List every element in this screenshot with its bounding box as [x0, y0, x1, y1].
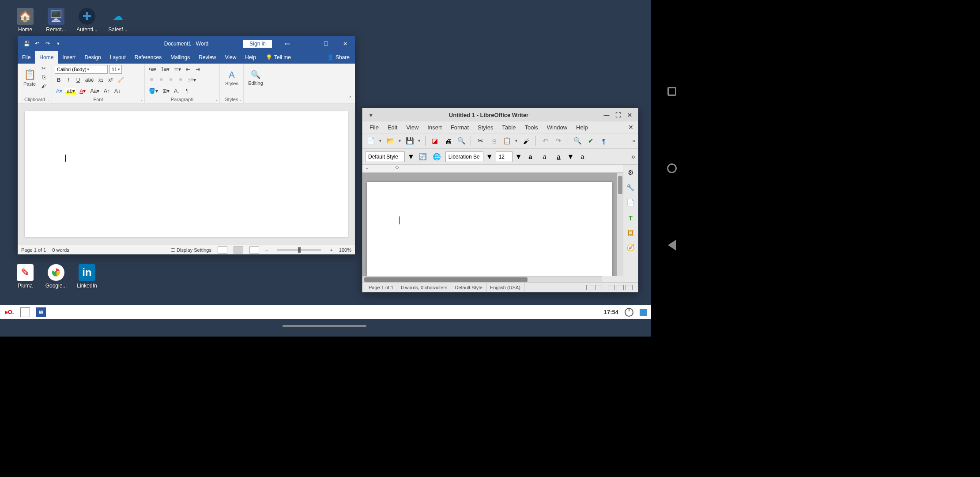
gesture-handle[interactable]: [283, 325, 366, 327]
zoom-out-button[interactable]: −: [265, 247, 268, 253]
redo-button[interactable]: ↷: [553, 135, 564, 147]
chevron-down-icon[interactable]: ▼: [486, 153, 493, 161]
menu-file[interactable]: File: [365, 123, 383, 132]
word-count[interactable]: 0 words: [52, 247, 69, 253]
cut-button[interactable]: ✂: [475, 135, 486, 147]
menu-edit[interactable]: Edit: [383, 123, 402, 132]
toolbar-overflow-icon[interactable]: »: [631, 153, 635, 161]
taskbar-files-icon[interactable]: [20, 307, 30, 317]
lo-document-area[interactable]: [362, 173, 617, 276]
chevron-down-icon[interactable]: ▼: [514, 139, 519, 143]
desktop-icon-chrome[interactable]: Google...: [41, 264, 72, 289]
zoom-level[interactable]: 100%: [339, 247, 351, 253]
close-button[interactable]: ✕: [335, 36, 355, 51]
word-page[interactable]: [25, 111, 348, 237]
new-button[interactable]: 📄: [365, 135, 377, 147]
toolbar-overflow-icon[interactable]: »: [632, 138, 635, 144]
page-style[interactable]: Default Style: [451, 283, 486, 292]
paragraph-style-combo[interactable]: Default Style: [365, 151, 405, 162]
chevron-down-icon[interactable]: ▼: [407, 153, 415, 161]
superscript-button[interactable]: x²: [106, 76, 114, 84]
decrease-indent-button[interactable]: ⇤: [184, 65, 192, 73]
styles-button[interactable]: AStyles: [222, 64, 241, 91]
word-document-area[interactable]: [18, 103, 355, 245]
horizontal-scrollbar[interactable]: [362, 276, 602, 282]
paste-button[interactable]: 📋: [501, 135, 513, 147]
page-indicator[interactable]: Page 1 of 1: [365, 283, 397, 292]
desktop-icon-salesforce[interactable]: ☁Salesf...: [102, 8, 133, 33]
shading-button[interactable]: 🪣▾: [147, 87, 159, 95]
ribbon-display-icon[interactable]: ▭: [277, 36, 297, 51]
bullets-button[interactable]: •≡▾: [147, 65, 158, 73]
display-settings-button[interactable]: 🖵 Display Settings: [170, 247, 211, 253]
maximize-button[interactable]: ☐: [316, 36, 335, 51]
font-color-button[interactable]: A▾: [78, 87, 87, 95]
lo-titlebar[interactable]: ▾ Untitled 1 - LibreOffice Writer — ⛶ ✕: [362, 108, 638, 121]
tab-design[interactable]: Design: [80, 51, 105, 64]
page-indicator[interactable]: Page 1 of 1: [21, 247, 46, 253]
clear-format-button[interactable]: 🧹: [116, 76, 125, 84]
word-count[interactable]: 0 words, 0 characters: [397, 283, 451, 292]
window-menu-icon[interactable]: ▾: [365, 110, 377, 119]
menu-window[interactable]: Window: [543, 123, 572, 132]
strikethrough-button[interactable]: abc: [84, 76, 95, 84]
grow-font-button[interactable]: A↑: [102, 87, 111, 95]
menu-format[interactable]: Format: [446, 123, 473, 132]
sidebar-styles-icon[interactable]: T: [626, 212, 636, 223]
sidebar-navigator-icon[interactable]: 🧭: [626, 242, 636, 253]
export-pdf-button[interactable]: ◪: [429, 135, 441, 147]
tab-home[interactable]: Home: [35, 51, 58, 64]
tab-view[interactable]: View: [221, 51, 241, 64]
taskbar-logo-icon[interactable]: eO.: [4, 307, 14, 317]
collapse-ribbon-icon[interactable]: ⌃: [348, 95, 352, 101]
view-single-button[interactable]: [586, 285, 593, 290]
menu-view[interactable]: View: [402, 123, 423, 132]
change-case-button[interactable]: Aa▾: [89, 87, 101, 95]
minimize-button[interactable]: —: [601, 110, 612, 119]
italic-button[interactable]: a: [539, 151, 550, 163]
show-marks-button[interactable]: ¶: [183, 87, 191, 95]
close-button[interactable]: ✕: [624, 110, 635, 119]
print-layout-button[interactable]: [234, 246, 243, 254]
subscript-button[interactable]: x₂: [97, 76, 105, 84]
dialog-launcher-icon[interactable]: ⌐: [240, 98, 242, 102]
tab-help[interactable]: Help: [241, 51, 260, 64]
new-style-button[interactable]: 🌐: [431, 151, 443, 163]
chevron-down-icon[interactable]: ▼: [417, 139, 422, 143]
italic-button[interactable]: I: [64, 76, 72, 84]
taskbar-clock[interactable]: 17:54: [604, 309, 618, 315]
lo-page[interactable]: [367, 182, 612, 276]
tab-mailings[interactable]: Mailings: [166, 51, 194, 64]
align-right-button[interactable]: ≡: [167, 76, 175, 84]
shrink-font-button[interactable]: A↓: [113, 87, 122, 95]
print-button[interactable]: 🖨: [442, 135, 454, 147]
font-size-combo[interactable]: 12: [496, 151, 513, 162]
align-center-button[interactable]: ≡: [157, 76, 165, 84]
view-multi-button[interactable]: [595, 285, 602, 290]
tellme-search[interactable]: 💡Tell me: [262, 51, 294, 64]
menu-insert[interactable]: Insert: [423, 123, 446, 132]
save-icon[interactable]: 💾: [23, 40, 30, 47]
save-button[interactable]: 💾: [404, 135, 415, 147]
vertical-scrollbar[interactable]: [617, 173, 623, 276]
spellcheck-button[interactable]: ✔: [585, 135, 596, 147]
show-desktop-button[interactable]: [640, 309, 647, 316]
undo-button[interactable]: ↶: [539, 135, 551, 147]
tab-insert[interactable]: Insert: [58, 51, 80, 64]
font-name-combo[interactable]: Calibri (Body)▼: [55, 65, 108, 74]
open-button[interactable]: 📂: [384, 135, 396, 147]
underline-button[interactable]: a: [553, 151, 565, 163]
font-name-combo[interactable]: Liberation Se: [445, 151, 483, 162]
multilevel-button[interactable]: ≣▾: [173, 65, 182, 73]
close-document-button[interactable]: ✕: [626, 124, 635, 131]
power-button[interactable]: [625, 308, 633, 317]
tab-layout[interactable]: Layout: [106, 51, 130, 64]
strikethrough-button[interactable]: a: [577, 151, 588, 163]
menu-help[interactable]: Help: [572, 123, 592, 132]
tab-review[interactable]: Review: [194, 51, 220, 64]
print-preview-button[interactable]: 🔍: [456, 135, 467, 147]
desktop-icon-remote[interactable]: 🖥️Remot...: [41, 8, 72, 33]
update-style-button[interactable]: 🔄: [417, 151, 429, 163]
tab-references[interactable]: References: [130, 51, 166, 64]
format-painter-button[interactable]: 🖌: [40, 82, 48, 90]
